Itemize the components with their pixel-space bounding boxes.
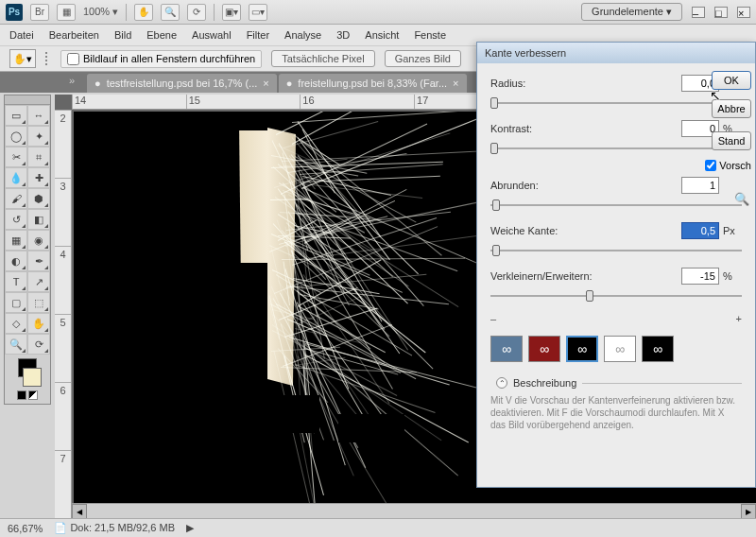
status-zoom[interactable]: 66,67% [8,523,43,534]
document-tab[interactable]: ● freistellung.psd bei 8,33% (Far... × [279,74,467,93]
preview-checkbox[interactable]: Vorsch [705,160,751,171]
ok-button[interactable]: OK [712,71,751,90]
current-tool-indicator[interactable]: ✋▾ [9,49,36,68]
view-mode-overlay[interactable]: ∞ [528,336,560,362]
expand-input[interactable] [681,268,719,285]
filmstrip-icon[interactable]: ▦ [57,4,76,21]
scroll-all-label: Bildlauf in allen Fenstern durchführen [83,53,255,64]
feather-slider[interactable] [490,243,742,258]
hand-tool-icon[interactable]: ✋ [27,313,50,334]
type-tool-icon[interactable]: T [5,271,27,292]
tab-close-icon[interactable]: × [263,78,268,89]
contrast-slider[interactable] [490,141,742,156]
slice-tool-icon[interactable]: ⌗ [27,147,50,167]
preview-label: Vorsch [719,160,751,171]
menu-ansicht[interactable]: Ansicht [365,29,399,41]
background-color-swatch[interactable] [23,368,42,387]
chevron-icon: ⌃ [496,377,507,389]
expand-slider[interactable] [490,288,742,303]
tab-expand-icon[interactable]: » [69,75,84,90]
status-doc-size[interactable]: 📄 Dok: 21,5 MB/92,6 MB [54,522,175,534]
zoom-tool-icon[interactable]: 🔍 [5,334,27,355]
move-tool-icon[interactable]: ↔ [27,105,50,126]
rotate-icon[interactable]: ⟳ [187,4,206,21]
swap-colors-icon[interactable] [28,390,38,400]
scroll-right-icon[interactable]: ▶ [741,504,756,519]
view-mode-white[interactable]: ∞ [604,336,636,362]
zoom-select[interactable]: 100% ▾ [83,6,118,18]
expand-label: Verkleinern/Erweitern: [490,270,681,282]
arrange-icon[interactable]: ▣▾ [222,4,241,21]
zoom-icon[interactable]: 🔍 [161,4,180,21]
smooth-slider[interactable] [490,198,742,213]
blur-tool-icon[interactable]: ◉ [27,230,50,251]
actual-pixels-button[interactable]: Tatsächliche Pixel [271,50,374,67]
smooth-input[interactable] [681,177,719,194]
view-mode-mask[interactable]: ∞ [642,336,674,362]
brush-tool-icon[interactable]: 🖌 [5,188,27,209]
magnify-icon[interactable]: 🔍 [734,192,749,206]
tab-dirty-icon: ● [286,78,293,89]
dodge-tool-icon[interactable]: ◐ [5,251,27,271]
preview-input[interactable] [705,160,716,171]
pen-tool-icon[interactable]: ✒ [27,251,50,271]
plus-icon: + [736,313,742,324]
marquee-tool-icon[interactable]: ▭ [5,105,27,126]
menu-fenster[interactable]: Fenste [414,29,446,41]
description-header[interactable]: ⌃ Beschreibung [490,377,742,389]
scroll-all-checkbox[interactable]: Bildlauf in allen Fenstern durchführen [60,50,262,68]
minimize-button[interactable]: – [692,7,705,18]
crop-tool-icon[interactable]: ✂ [5,147,27,167]
shape-tool-icon[interactable]: ▢ [5,292,27,313]
menu-bild[interactable]: Bild [114,29,131,41]
dialog-title-bar[interactable]: Kante verbessern [477,43,755,63]
workspace-switcher[interactable]: Grundelemente ▾ [581,3,682,21]
3d-camera-tool-icon[interactable]: ◇ [5,313,27,334]
toolbox-grip[interactable] [5,95,50,105]
eraser-tool-icon[interactable]: ◧ [27,209,50,230]
wand-tool-icon[interactable]: ✦ [27,126,50,147]
tab-close-icon[interactable]: × [453,78,458,89]
maximize-button[interactable]: □ [714,7,728,18]
menu-auswahl[interactable]: Auswahl [192,29,232,41]
horizontal-scrollbar[interactable]: ◀ ▶ [72,503,756,518]
3d-tool-icon[interactable]: ⬚ [27,292,50,313]
cancel-button[interactable]: Abbre [712,99,751,118]
scroll-left-icon[interactable]: ◀ [72,504,87,519]
menu-filter[interactable]: Filter [247,29,269,41]
menu-ebene[interactable]: Ebene [146,29,177,41]
menu-analyse[interactable]: Analyse [284,29,321,41]
expand-unit: % [723,270,742,282]
stamp-tool-icon[interactable]: ⬢ [27,188,50,209]
document-tab[interactable]: ● testfreistellung.psd bei 16,7% (... × [87,74,277,93]
view-mode-black[interactable]: ∞ [566,336,598,362]
history-brush-tool-icon[interactable]: ↺ [5,209,27,230]
radius-slider[interactable] [490,95,742,111]
tab-label: testfreistellung.psd bei 16,7% (... [107,78,258,89]
status-arrow-icon[interactable]: ▶ [186,522,194,534]
feather-label: Weiche Kante: [490,225,681,236]
menu-3d[interactable]: 3D [336,29,350,41]
bridge-icon[interactable]: Br [30,4,49,21]
path-tool-icon[interactable]: ↗ [27,271,50,292]
view-mode-selection[interactable]: ∞ [490,336,523,362]
close-button[interactable]: × [737,7,750,18]
menu-datei[interactable]: Datei [9,29,34,41]
hand-icon[interactable]: ✋ [134,4,153,21]
fit-screen-button[interactable]: Ganzes Bild [385,50,461,67]
heal-tool-icon[interactable]: ✚ [27,167,50,188]
menu-bearbeiten[interactable]: Bearbeiten [49,29,99,41]
feather-input[interactable] [681,222,719,239]
screen-mode-icon[interactable]: ▭▾ [249,4,267,21]
vertical-ruler[interactable]: 234567 [55,110,72,518]
default-button[interactable]: Stand [712,131,751,150]
default-colors-icon[interactable] [17,390,26,400]
rotate-view-tool-icon[interactable]: ⟳ [27,334,50,355]
eyedropper-tool-icon[interactable]: 💧 [5,167,27,188]
title-bar: Ps Br ▦ 100% ▾ ✋ 🔍 ⟳ ▣▾ ▭▾ Grundelemente… [0,0,756,25]
gradient-tool-icon[interactable]: ▦ [5,230,27,251]
scroll-all-input[interactable] [67,53,79,65]
tab-label: freistellung.psd bei 8,33% (Far... [298,78,447,89]
smooth-label: Abrunden: [490,180,681,191]
lasso-tool-icon[interactable]: ◯ [5,126,27,147]
